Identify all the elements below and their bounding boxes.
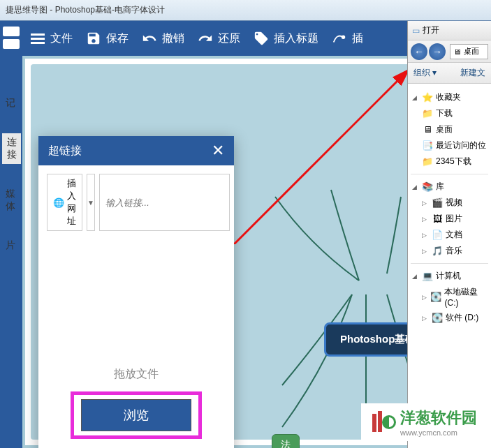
dialog-title: 超链接 [48,144,82,158]
address-bar[interactable]: 🖥 桌面 [450,44,488,59]
sidebar-glyph [3,39,20,49]
mindmap-node-green-1[interactable]: 法 [272,434,300,448]
disk-icon: 💽 [432,313,443,324]
url-input[interactable] [99,174,230,231]
tree-video[interactable]: ▷🎬视频 [411,195,488,211]
file-drop-area[interactable]: 拖放文件 浏览 [47,237,226,448]
tree-pictures[interactable]: ▷🖼图片 [411,211,488,227]
video-icon: 🎬 [432,197,443,209]
watermark: 洋葱软件园 www.ycmcn.com [361,403,484,441]
desktop-icon: 🖥 [422,124,433,135]
expand-icon: ▷ [422,200,429,207]
folder-icon: 📁 [422,108,433,119]
collapse-icon: ◢ [412,184,419,191]
watermark-title: 洋葱软件园 [400,408,477,428]
address-text: 桌面 [464,46,479,57]
sidebar-glyph [3,27,20,36]
window-icon: ▭ [412,26,420,36]
browse-button[interactable]: 浏览 [81,399,191,431]
tree-favorites[interactable]: ◢⭐收藏夹 [411,89,488,105]
collapse-icon: ◢ [412,273,419,280]
explorer-title-text: 打开 [423,24,439,36]
drop-text: 拖放文件 [114,367,159,382]
music-icon: 🎵 [432,246,443,257]
redo-button[interactable]: 还原 [197,30,240,47]
organize-menu[interactable]: 组织 ▾ [413,67,437,79]
svg-rect-3 [378,411,382,432]
svg-point-0 [342,36,345,38]
undo-button[interactable]: 撤销 [141,30,184,47]
side-panel-labels: 记 连接 媒体 片 [0,94,21,255]
save-label: 保存 [106,31,129,46]
tree-recent[interactable]: 📑最近访问的位 [411,137,488,154]
side-label-media[interactable]: 媒体 [0,185,21,216]
file-label: 文件 [50,31,73,46]
insert-more-label: 插 [352,31,363,46]
explorer-toolbar: 组织 ▾ 新建文 [408,63,491,84]
divider [411,174,488,174]
divider [411,263,488,264]
nav-forward-button[interactable]: → [429,43,446,60]
side-label-link[interactable]: 连接 [0,133,21,164]
dialog-body: 🌐 插入网址 ▼ 拖放文件 浏览 [38,165,234,448]
library-icon: 📚 [422,181,433,193]
side-label-note[interactable]: 记 [0,94,21,112]
watermark-text-wrap: 洋葱软件园 www.ycmcn.com [400,408,477,437]
insert-more-button[interactable]: 插 [331,30,363,47]
insert-url-label: 插入网址 [67,177,76,227]
redo-icon [197,30,214,47]
file-menu[interactable]: 文件 [29,30,73,47]
browse-highlight: 浏览 [71,391,202,439]
insert-url-button[interactable]: 🌐 插入网址 [47,174,82,231]
tree-computer[interactable]: ◢💻计算机 [411,268,488,284]
tree-documents[interactable]: ▷📄文档 [411,227,488,243]
tree-music[interactable]: ▷🎵音乐 [411,243,488,259]
save-button[interactable]: 保存 [85,30,129,47]
documents-icon: 📄 [432,230,443,241]
insert-title-label: 插入标题 [274,31,318,46]
tree-desktop[interactable]: 🖥桌面 [411,121,488,137]
hyperlink-dialog: 超链接 ✕ 🌐 插入网址 ▼ 拖放文件 浏览 [38,136,234,448]
titlebar: 捷思维导图 - Photoshop基础-电商字体设计 [0,0,491,21]
insert-title-button[interactable]: 插入标题 [253,30,318,47]
save-icon [85,30,102,47]
tree-2345[interactable]: 📁2345下载 [411,154,488,170]
tree-disk-d[interactable]: ▷💽软件 (D:) [411,310,488,326]
folder-icon: 📁 [422,156,433,167]
undo-icon [141,30,158,47]
undo-label: 撤销 [162,31,184,46]
expand-icon: ▷ [422,248,429,255]
nav-back-button[interactable]: ← [411,43,427,60]
tag-icon [253,30,270,47]
tree-downloads[interactable]: 📁下载 [411,105,488,121]
file-explorer: ▭ 打开 ← → 🖥 桌面 组织 ▾ 新建文 ◢⭐收藏夹 📁下载 🖥桌面 📑最近… [407,21,491,448]
redo-label: 还原 [218,31,240,46]
recent-icon: 📑 [422,140,433,151]
explorer-titlebar: ▭ 打开 [408,21,491,40]
collapse-icon: ◢ [412,94,419,101]
explorer-nav: ← → 🖥 桌面 [408,40,491,63]
computer-icon: 💻 [422,271,433,282]
expand-icon: ▷ [422,294,427,301]
close-icon[interactable]: ✕ [212,142,224,160]
watermark-logo-icon [368,408,396,436]
hamburger-icon [29,30,46,47]
new-folder-button[interactable]: 新建文 [460,67,485,79]
star-icon: ⭐ [422,92,433,103]
expand-icon: ▷ [422,216,429,223]
tree-disk-c[interactable]: ▷💽本地磁盘 (C:) [411,284,488,310]
svg-rect-2 [372,414,376,432]
disk-icon: 💽 [430,292,441,303]
expand-icon: ▷ [422,232,429,239]
window-title: 捷思维导图 - Photoshop基础-电商字体设计 [6,4,165,16]
url-dropdown[interactable]: ▼ [87,174,95,231]
curve-icon [331,30,348,47]
dialog-header: 超链接 ✕ [38,136,234,165]
globe-icon: 🌐 [53,197,64,208]
dialog-url-bar: 🌐 插入网址 ▼ [47,174,226,231]
watermark-url: www.ycmcn.com [400,428,477,437]
pictures-icon: 🖼 [432,214,443,225]
tree-library[interactable]: ◢📚库 [411,179,488,195]
side-label-image[interactable]: 片 [0,237,21,255]
expand-icon: ▷ [422,315,429,322]
